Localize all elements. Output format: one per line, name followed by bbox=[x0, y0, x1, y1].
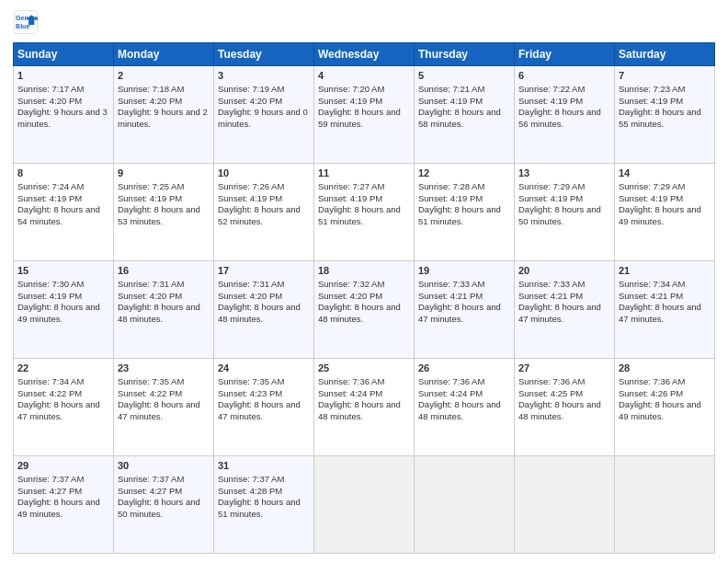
day-cell-8: 8Sunrise: 7:24 AMSunset: 4:19 PMDaylight… bbox=[14, 164, 114, 261]
sunrise-info: Sunrise: 7:17 AM bbox=[17, 84, 109, 96]
sunrise-info: Sunrise: 7:33 AM bbox=[418, 279, 510, 291]
day-number: 1 bbox=[17, 69, 109, 83]
sunrise-info: Sunrise: 7:36 AM bbox=[418, 376, 510, 388]
sunrise-info: Sunrise: 7:34 AM bbox=[619, 279, 711, 291]
day-cell-20: 20Sunrise: 7:33 AMSunset: 4:21 PMDayligh… bbox=[515, 261, 615, 359]
daylight-info: Daylight: 8 hours and 58 minutes. bbox=[418, 107, 510, 131]
day-number: 5 bbox=[418, 69, 510, 83]
sunrise-info: Sunrise: 7:37 AM bbox=[118, 474, 210, 486]
day-cell-30: 30Sunrise: 7:37 AMSunset: 4:27 PMDayligh… bbox=[114, 456, 214, 554]
svg-text:Blue: Blue bbox=[16, 23, 29, 29]
sunset-info: Sunset: 4:19 PM bbox=[17, 193, 109, 205]
day-number: 31 bbox=[218, 459, 310, 473]
day-cell-6: 6Sunrise: 7:22 AMSunset: 4:19 PMDaylight… bbox=[515, 66, 615, 164]
sunset-info: Sunset: 4:19 PM bbox=[318, 96, 410, 108]
week-row-2: 8Sunrise: 7:24 AMSunset: 4:19 PMDaylight… bbox=[14, 164, 715, 261]
day-number: 11 bbox=[318, 167, 410, 180]
day-number: 2 bbox=[118, 69, 210, 83]
sunrise-info: Sunrise: 7:18 AM bbox=[118, 84, 210, 96]
daylight-info: Daylight: 8 hours and 51 minutes. bbox=[218, 497, 310, 521]
day-number: 10 bbox=[218, 167, 310, 180]
day-cell-26: 26Sunrise: 7:36 AMSunset: 4:24 PMDayligh… bbox=[415, 359, 515, 456]
daylight-info: Daylight: 8 hours and 54 minutes. bbox=[17, 204, 109, 228]
sunrise-info: Sunrise: 7:25 AM bbox=[118, 181, 210, 193]
day-number: 14 bbox=[619, 167, 711, 180]
day-number: 21 bbox=[619, 264, 711, 278]
daylight-info: Daylight: 8 hours and 48 minutes. bbox=[418, 399, 510, 423]
sunrise-info: Sunrise: 7:29 AM bbox=[518, 181, 610, 193]
day-number: 12 bbox=[418, 167, 510, 180]
sunrise-info: Sunrise: 7:36 AM bbox=[518, 376, 610, 388]
sunset-info: Sunset: 4:27 PM bbox=[17, 486, 109, 498]
day-number: 29 bbox=[17, 459, 109, 473]
sunrise-info: Sunrise: 7:32 AM bbox=[318, 279, 410, 291]
sunrise-info: Sunrise: 7:19 AM bbox=[218, 84, 310, 96]
day-cell-14: 14Sunrise: 7:29 AMSunset: 4:19 PMDayligh… bbox=[615, 164, 715, 261]
daylight-info: Daylight: 9 hours and 0 minutes. bbox=[218, 107, 310, 131]
day-number: 23 bbox=[118, 362, 210, 375]
empty-cell bbox=[314, 456, 415, 554]
header: General Blue bbox=[13, 9, 715, 35]
day-cell-10: 10Sunrise: 7:26 AMSunset: 4:19 PMDayligh… bbox=[214, 164, 314, 261]
day-number: 17 bbox=[218, 264, 310, 278]
daylight-info: Daylight: 8 hours and 48 minutes. bbox=[218, 302, 310, 326]
sunset-info: Sunset: 4:19 PM bbox=[17, 291, 109, 303]
sunset-info: Sunset: 4:20 PM bbox=[118, 291, 210, 303]
sunset-info: Sunset: 4:26 PM bbox=[619, 388, 711, 400]
sunset-info: Sunset: 4:19 PM bbox=[518, 193, 610, 205]
sunrise-info: Sunrise: 7:35 AM bbox=[218, 376, 310, 388]
day-cell-18: 18Sunrise: 7:32 AMSunset: 4:20 PMDayligh… bbox=[314, 261, 415, 359]
empty-cell bbox=[615, 456, 715, 554]
daylight-info: Daylight: 8 hours and 47 minutes. bbox=[619, 302, 711, 326]
daylight-info: Daylight: 8 hours and 59 minutes. bbox=[318, 107, 410, 131]
sunset-info: Sunset: 4:19 PM bbox=[619, 96, 711, 108]
day-cell-9: 9Sunrise: 7:25 AMSunset: 4:19 PMDaylight… bbox=[114, 164, 214, 261]
sunset-info: Sunset: 4:21 PM bbox=[518, 291, 610, 303]
daylight-info: Daylight: 8 hours and 47 minutes. bbox=[218, 399, 310, 423]
sunrise-info: Sunrise: 7:31 AM bbox=[118, 279, 210, 291]
sunset-info: Sunset: 4:19 PM bbox=[218, 193, 310, 205]
week-row-4: 22Sunrise: 7:34 AMSunset: 4:22 PMDayligh… bbox=[14, 359, 715, 456]
day-cell-4: 4Sunrise: 7:20 AMSunset: 4:19 PMDaylight… bbox=[314, 66, 415, 164]
logo-icon: General Blue bbox=[13, 9, 39, 35]
day-cell-22: 22Sunrise: 7:34 AMSunset: 4:22 PMDayligh… bbox=[14, 359, 114, 456]
sunset-info: Sunset: 4:19 PM bbox=[619, 193, 711, 205]
week-row-3: 15Sunrise: 7:30 AMSunset: 4:19 PMDayligh… bbox=[14, 261, 715, 359]
day-cell-7: 7Sunrise: 7:23 AMSunset: 4:19 PMDaylight… bbox=[615, 66, 715, 164]
day-number: 19 bbox=[418, 264, 510, 278]
sunrise-info: Sunrise: 7:24 AM bbox=[17, 181, 109, 193]
weekday-header-tuesday: Tuesday bbox=[214, 43, 314, 66]
day-number: 20 bbox=[518, 264, 610, 278]
sunset-info: Sunset: 4:20 PM bbox=[118, 96, 210, 108]
sunset-info: Sunset: 4:20 PM bbox=[318, 291, 410, 303]
day-cell-15: 15Sunrise: 7:30 AMSunset: 4:19 PMDayligh… bbox=[14, 261, 114, 359]
sunset-info: Sunset: 4:21 PM bbox=[418, 291, 510, 303]
daylight-info: Daylight: 8 hours and 49 minutes. bbox=[619, 399, 711, 423]
sunset-info: Sunset: 4:25 PM bbox=[518, 388, 610, 400]
sunset-info: Sunset: 4:21 PM bbox=[619, 291, 711, 303]
day-number: 13 bbox=[518, 167, 610, 180]
daylight-info: Daylight: 8 hours and 49 minutes. bbox=[17, 302, 109, 326]
sunrise-info: Sunrise: 7:37 AM bbox=[218, 474, 310, 486]
weekday-header-sunday: Sunday bbox=[14, 43, 114, 66]
daylight-info: Daylight: 8 hours and 55 minutes. bbox=[619, 107, 711, 131]
day-number: 18 bbox=[318, 264, 410, 278]
day-cell-31: 31Sunrise: 7:37 AMSunset: 4:28 PMDayligh… bbox=[214, 456, 314, 554]
day-number: 30 bbox=[118, 459, 210, 473]
logo: General Blue bbox=[13, 9, 42, 35]
sunrise-info: Sunrise: 7:36 AM bbox=[619, 376, 711, 388]
sunset-info: Sunset: 4:28 PM bbox=[218, 486, 310, 498]
daylight-info: Daylight: 8 hours and 56 minutes. bbox=[518, 107, 610, 131]
daylight-info: Daylight: 8 hours and 49 minutes. bbox=[619, 204, 711, 228]
sunrise-info: Sunrise: 7:36 AM bbox=[318, 376, 410, 388]
sunset-info: Sunset: 4:22 PM bbox=[17, 388, 109, 400]
weekday-header-saturday: Saturday bbox=[615, 43, 715, 66]
day-number: 9 bbox=[118, 167, 210, 180]
empty-cell bbox=[415, 456, 515, 554]
sunrise-info: Sunrise: 7:20 AM bbox=[318, 84, 410, 96]
daylight-info: Daylight: 8 hours and 50 minutes. bbox=[518, 204, 610, 228]
day-cell-16: 16Sunrise: 7:31 AMSunset: 4:20 PMDayligh… bbox=[114, 261, 214, 359]
day-number: 26 bbox=[418, 362, 510, 375]
sunrise-info: Sunrise: 7:26 AM bbox=[218, 181, 310, 193]
sunrise-info: Sunrise: 7:23 AM bbox=[619, 84, 711, 96]
